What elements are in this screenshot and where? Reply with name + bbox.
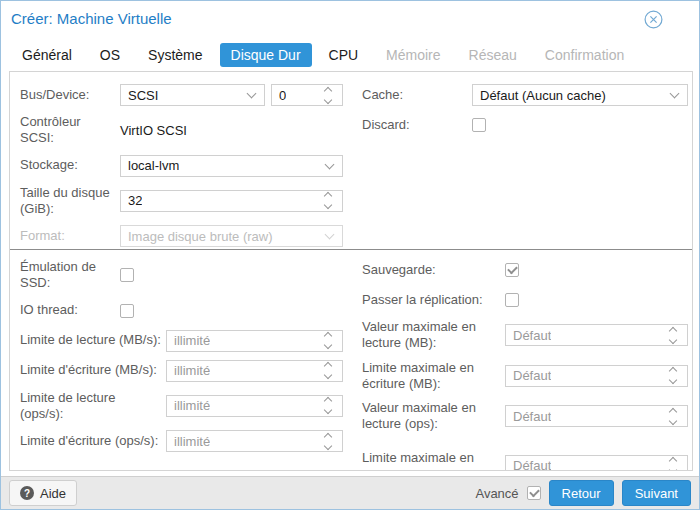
help-button-label: Aide — [40, 486, 66, 501]
spinner-arrows-icon[interactable] — [325, 331, 335, 351]
write-burst-mb-row: Limite maximale en écriture (MB): Défaut — [362, 360, 688, 393]
bus-device-label: Bus/Device: — [20, 87, 120, 103]
read-limit-mb-row: Limite de lecture (MB/s): illimité — [20, 330, 343, 352]
wizard-tabbar: Général OS Système Disque Dur CPU Mémoir… — [11, 42, 689, 68]
tab-memory: Mémoire — [375, 43, 451, 67]
bus-number-value: 0 — [279, 88, 286, 103]
format-label: Format: — [20, 228, 120, 244]
read-burst-mb-spinner[interactable]: Défaut — [505, 324, 688, 346]
read-limit-ops-label: Limite de lecture (ops/s): — [20, 390, 166, 423]
write-limit-ops-spinner[interactable]: illimité — [166, 430, 343, 452]
dialog-footer: ? Aide Avancé Retour Suivant — [1, 476, 699, 509]
tab-hard-disk[interactable]: Disque Dur — [220, 43, 312, 67]
next-button[interactable]: Suivant — [622, 480, 691, 506]
write-limit-ops-row: Limite d'écriture (ops/s): illimité — [20, 430, 343, 452]
spinner-arrows-icon[interactable] — [325, 396, 335, 416]
disk-size-row: Taille du disque (GiB): 32 — [20, 185, 343, 218]
write-burst-ops-spinner[interactable]: Défaut — [505, 455, 688, 472]
tab-system[interactable]: Système — [137, 43, 213, 67]
chevron-down-icon — [247, 89, 257, 99]
write-burst-mb-label: Limite maximale en écriture (MB): — [362, 360, 505, 393]
scsi-controller-label: Contrôleur SCSI: — [20, 114, 120, 147]
spinner-arrows-icon[interactable] — [670, 406, 680, 426]
advanced-checkbox[interactable] — [527, 486, 541, 500]
spinner-arrows-icon[interactable] — [325, 431, 335, 451]
skip-replication-label: Passer la réplication: — [362, 292, 505, 308]
skip-replication-checkbox[interactable] — [505, 293, 519, 307]
format-value: Image disque brute (raw) — [128, 229, 273, 244]
cache-row: Cache: Défaut (Aucun cache) — [362, 84, 688, 106]
scsi-controller-row: Contrôleur SCSI: VirtIO SCSI — [20, 114, 343, 147]
format-row: Format: Image disque brute (raw) — [20, 225, 343, 247]
backup-row: Sauvegarde: — [362, 259, 688, 281]
format-combobox: Image disque brute (raw) — [120, 225, 343, 247]
tab-general[interactable]: Général — [11, 43, 83, 67]
disk-size-spinner[interactable]: 32 — [120, 190, 343, 212]
cache-combobox[interactable]: Défaut (Aucun cache) — [472, 84, 688, 106]
tab-confirmation: Confirmation — [534, 43, 635, 67]
spinner-arrows-icon[interactable] — [670, 456, 680, 472]
read-limit-ops-row: Limite de lecture (ops/s): illimité — [20, 390, 343, 423]
close-icon[interactable] — [644, 10, 663, 29]
backup-checkbox[interactable] — [505, 263, 519, 277]
spinner-arrows-icon[interactable] — [325, 361, 335, 381]
read-burst-ops-value: Défaut — [513, 409, 551, 424]
write-limit-ops-value: illimité — [174, 434, 210, 449]
read-limit-mb-spinner[interactable]: illimité — [166, 330, 343, 352]
column-bottom-left: Émulation de SSD: IO thread: Limite de l… — [20, 259, 343, 460]
cache-label: Cache: — [362, 87, 472, 103]
storage-combobox[interactable]: local-lvm — [120, 155, 343, 177]
write-burst-mb-value: Défaut — [513, 368, 551, 383]
column-bottom-right: Sauvegarde: Passer la réplication: Valeu… — [362, 259, 688, 471]
column-top-left: Bus/Device: SCSI 0 Contrôleur SCSI: Virt… — [20, 84, 343, 255]
spinner-arrows-icon[interactable] — [325, 85, 335, 105]
spinner-arrows-icon[interactable] — [670, 366, 680, 386]
spinner-arrows-icon[interactable] — [670, 325, 680, 345]
write-limit-mb-label: Limite d'écriture (MB/s): — [20, 362, 166, 378]
ssd-emulation-label: Émulation de SSD: — [20, 259, 120, 292]
write-burst-ops-value: Défaut — [513, 458, 551, 471]
io-thread-label: IO thread: — [20, 302, 120, 318]
read-burst-mb-label: Valeur maximale en lecture (MB): — [362, 319, 505, 352]
write-limit-ops-label: Limite d'écriture (ops/s): — [20, 433, 166, 449]
bus-number-spinner[interactable]: 0 — [271, 84, 343, 106]
write-limit-mb-row: Limite d'écriture (MB/s): illimité — [20, 360, 343, 382]
question-mark-icon: ? — [20, 486, 34, 500]
discard-label: Discard: — [362, 117, 472, 133]
read-limit-ops-spinner[interactable]: illimité — [166, 395, 343, 417]
read-burst-mb-value: Défaut — [513, 328, 551, 343]
read-burst-ops-row: Valeur maximale en lecture (ops): Défaut — [362, 400, 688, 433]
discard-row: Discard: — [362, 114, 688, 136]
read-burst-ops-spinner[interactable]: Défaut — [505, 405, 688, 427]
discard-checkbox[interactable] — [472, 118, 486, 132]
cache-value: Défaut (Aucun cache) — [480, 88, 606, 103]
back-button[interactable]: Retour — [549, 480, 614, 506]
write-limit-mb-value: illimité — [174, 363, 210, 378]
skip-replication-row: Passer la réplication: — [362, 289, 688, 311]
read-limit-mb-value: illimité — [174, 333, 210, 348]
disk-size-label: Taille du disque (GiB): — [20, 185, 120, 218]
storage-label: Stockage: — [20, 157, 120, 173]
ssd-emulation-checkbox[interactable] — [120, 268, 134, 282]
spinner-arrows-icon[interactable] — [325, 191, 335, 211]
write-burst-mb-spinner[interactable]: Défaut — [505, 365, 688, 387]
storage-row: Stockage: local-lvm — [20, 155, 343, 177]
tab-network: Réseau — [458, 43, 528, 67]
bus-device-value: SCSI — [128, 88, 158, 103]
bus-device-combobox[interactable]: SCSI — [120, 84, 265, 106]
help-button[interactable]: ? Aide — [9, 480, 77, 506]
chevron-down-icon — [325, 230, 335, 240]
write-burst-ops-label: Limite maximale en — [362, 450, 505, 466]
read-limit-mb-label: Limite de lecture (MB/s): — [20, 332, 166, 348]
tab-cpu[interactable]: CPU — [318, 43, 370, 67]
write-limit-mb-spinner[interactable]: illimité — [166, 360, 343, 382]
tab-os[interactable]: OS — [89, 43, 131, 67]
bus-device-row: Bus/Device: SCSI 0 — [20, 84, 343, 106]
io-thread-checkbox[interactable] — [120, 304, 134, 318]
io-thread-row: IO thread: — [20, 300, 343, 322]
advanced-label: Avancé — [475, 486, 518, 501]
read-burst-mb-row: Valeur maximale en lecture (MB): Défaut — [362, 319, 688, 352]
backup-label: Sauvegarde: — [362, 262, 505, 278]
create-vm-dialog: Créer: Machine Virtuelle Général OS Syst… — [0, 0, 700, 510]
footer-actions: Avancé Retour Suivant — [475, 480, 691, 506]
